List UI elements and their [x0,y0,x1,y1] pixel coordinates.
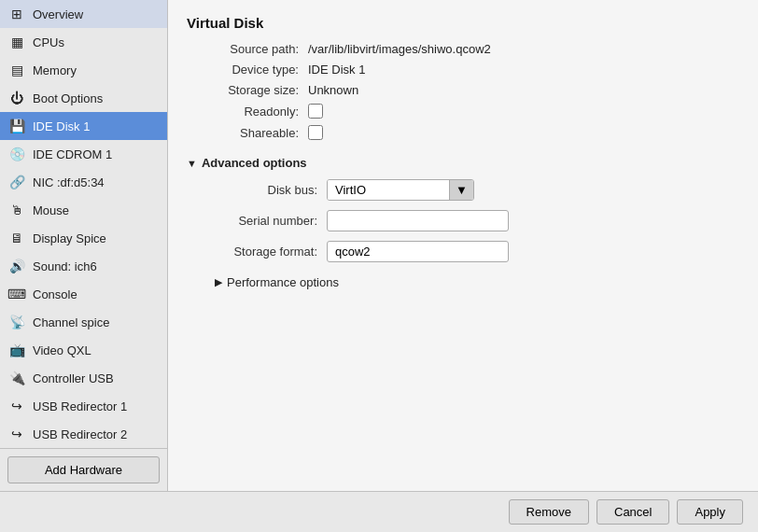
apply-button[interactable]: Apply [677,499,743,525]
sidebar-item-usb-redirector-1[interactable]: ↪USB Redirector 1 [0,392,167,420]
advanced-label: Advanced options [202,156,307,170]
sidebar-item-memory[interactable]: ▤Memory [0,56,167,84]
mouse-icon: 🖱 [7,201,26,219]
performance-label: Performance options [227,275,339,289]
sidebar-item-sound[interactable]: 🔊Sound: ich6 [0,252,167,280]
sidebar-label-mouse: Mouse [33,203,69,217]
sidebar-item-ide-cdrom-1[interactable]: 💿IDE CDROM 1 [0,140,167,168]
section-title: Virtual Disk [187,15,739,31]
sidebar-item-mouse[interactable]: 🖱Mouse [0,196,167,224]
cpu-icon: ▦ [7,33,26,51]
sidebar-label-display-spice: Display Spice [33,231,106,245]
storage-format-input[interactable] [327,241,509,262]
redirect-icon: ↪ [7,425,26,443]
channel-icon: 📡 [7,313,26,331]
device-type-label: Device type: [187,63,308,77]
sidebar-item-overview[interactable]: ⊞Overview [0,0,167,28]
console-icon: ⌨ [7,285,26,303]
shareable-checkbox[interactable] [308,125,323,140]
bottom-bar: Remove Cancel Apply [0,491,758,532]
sidebar-label-usb-redirector-1: USB Redirector 1 [33,399,127,413]
serial-number-input[interactable] [327,210,509,231]
usb-icon: 🔌 [7,369,26,387]
sidebar-label-sound: Sound: ich6 [33,259,97,273]
storage-format-label: Storage format: [205,245,327,259]
advanced-fields: Disk bus: VirtIO ▼ Serial number: Storag… [187,179,739,262]
sidebar-label-video-qxl: Video QXL [33,343,91,357]
display-icon: 🖥 [7,229,26,247]
sidebar-label-controller-usb: Controller USB [33,371,114,385]
source-path-value: /var/lib/libvirt/images/shiwo.qcow2 [308,42,491,56]
storage-size-label: Storage size: [187,83,308,97]
sidebar: ⊞Overview▦CPUs▤Memory⏻Boot Options💾IDE D… [0,0,168,491]
cancel-button[interactable]: Cancel [597,499,669,525]
storage-format-row: Storage format: [205,241,739,262]
device-type-row: Device type: IDE Disk 1 [187,63,739,77]
source-path-row: Source path: /var/lib/libvirt/images/shi… [187,42,739,56]
sidebar-item-cpus[interactable]: ▦CPUs [0,28,167,56]
sidebar-item-video-qxl[interactable]: 📺Video QXL [0,336,167,364]
sound-icon: 🔊 [7,257,26,275]
sidebar-label-ide-cdrom-1: IDE CDROM 1 [33,147,112,161]
advanced-toggle[interactable]: ▼ Advanced options [187,156,739,170]
readonly-label: Readonly: [187,105,308,119]
redirect-icon: ↪ [7,397,26,415]
sidebar-label-channel-spice: Channel spice [33,315,109,329]
nic-icon: 🔗 [7,173,26,191]
serial-number-label: Serial number: [205,214,327,228]
performance-toggle[interactable]: ▶ Performance options [187,275,739,289]
device-type-value: IDE Disk 1 [308,63,365,77]
sidebar-item-controller-usb[interactable]: 🔌Controller USB [0,364,167,392]
video-icon: 📺 [7,341,26,359]
sidebar-item-boot-options[interactable]: ⏻Boot Options [0,84,167,112]
sidebar-item-ide-disk-1[interactable]: 💾IDE Disk 1 [0,112,167,140]
sidebar-label-memory: Memory [33,63,77,77]
add-hardware-button[interactable]: Add Hardware [7,456,160,483]
advanced-section: ▼ Advanced options Disk bus: VirtIO ▼ Se… [187,156,739,272]
sidebar-label-nic: NIC :df:d5:34 [33,175,105,189]
disk-bus-value: VirtIO [328,180,449,200]
sidebar-bottom: Add Hardware [0,448,167,491]
advanced-arrow-icon: ▼ [187,158,197,169]
sidebar-item-usb-redirector-2[interactable]: ↪USB Redirector 2 [0,420,167,448]
readonly-row: Readonly: [187,104,739,119]
disk-bus-dropdown-arrow[interactable]: ▼ [449,180,473,200]
overview-icon: ⊞ [7,5,26,23]
sidebar-item-console[interactable]: ⌨Console [0,280,167,308]
shareable-row: Shareable: [187,125,739,140]
sidebar-item-channel-spice[interactable]: 📡Channel spice [0,308,167,336]
sidebar-label-console: Console [33,287,77,301]
serial-number-row: Serial number: [205,210,739,231]
sidebar-label-ide-disk-1: IDE Disk 1 [33,119,90,133]
sidebar-label-usb-redirector-2: USB Redirector 2 [33,427,127,441]
disk-bus-row: Disk bus: VirtIO ▼ [205,179,739,201]
sidebar-label-boot-options: Boot Options [33,91,103,105]
sidebar-label-cpus: CPUs [33,35,64,49]
memory-icon: ▤ [7,61,26,79]
disk-bus-label: Disk bus: [205,183,327,197]
remove-button[interactable]: Remove [509,499,589,525]
content-area: Virtual Disk Source path: /var/lib/libvi… [168,0,758,491]
disk-icon: 💾 [7,117,26,135]
boot-icon: ⏻ [7,89,26,107]
storage-size-value: Unknown [308,83,358,97]
sidebar-label-overview: Overview [33,7,83,21]
storage-size-row: Storage size: Unknown [187,83,739,97]
cdrom-icon: 💿 [7,145,26,163]
source-path-label: Source path: [187,42,308,56]
readonly-checkbox[interactable] [308,104,323,119]
sidebar-item-display-spice[interactable]: 🖥Display Spice [0,224,167,252]
sidebar-item-nic[interactable]: 🔗NIC :df:d5:34 [0,168,167,196]
disk-bus-dropdown[interactable]: VirtIO ▼ [327,179,474,201]
shareable-label: Shareable: [187,126,308,140]
performance-arrow-icon: ▶ [215,276,222,288]
